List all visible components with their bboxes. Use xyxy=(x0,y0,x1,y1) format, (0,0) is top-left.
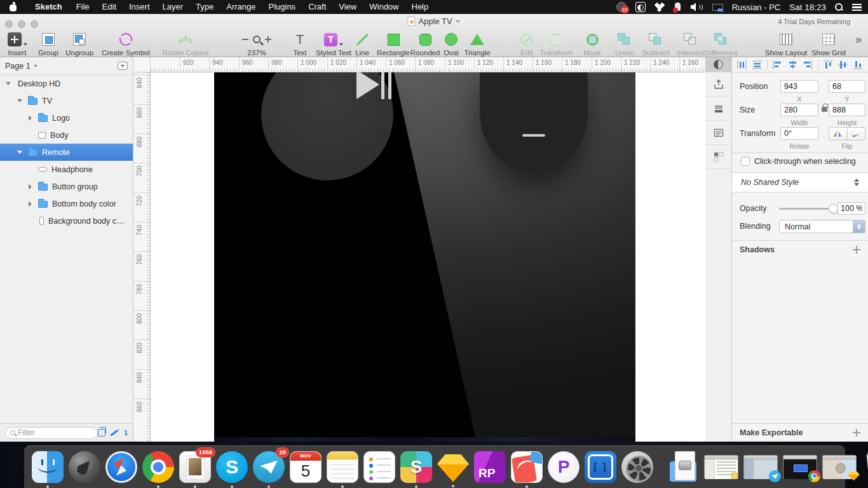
pencil-icon[interactable] xyxy=(110,430,118,436)
dock-downloads-stack[interactable] xyxy=(670,451,699,483)
horizontal-ruler[interactable]: 920 940 960 980 1 000 1 020 1 040 1 060 … xyxy=(151,57,705,72)
triangle-tool-button[interactable]: Triangle xyxy=(459,32,496,57)
spotlight-icon[interactable] xyxy=(835,3,843,11)
dock-launchpad[interactable] xyxy=(69,451,100,483)
menu-craft[interactable]: Craft xyxy=(302,0,332,14)
volume-icon[interactable] xyxy=(691,3,703,11)
volume-button-shape[interactable] xyxy=(480,72,588,173)
tab-appearance[interactable] xyxy=(705,57,731,72)
dock-skype[interactable]: S xyxy=(216,451,248,483)
show-grid-button[interactable]: Show Grid xyxy=(808,32,849,57)
layer-row-bottom-body-color[interactable]: Bottom body color xyxy=(0,195,133,212)
show-layout-button[interactable]: Show Layout xyxy=(763,32,810,57)
handoff-icon[interactable] xyxy=(674,3,682,12)
artboard-canvas[interactable] xyxy=(151,72,705,442)
dock-chrome[interactable] xyxy=(142,451,174,483)
add-shadow-button[interactable] xyxy=(853,246,860,254)
dock-minimized-sketch-window[interactable] xyxy=(822,455,857,479)
checkbox-icon[interactable] xyxy=(741,157,750,166)
dock-finder[interactable] xyxy=(32,451,64,483)
menu-sketch[interactable]: Sketch xyxy=(29,0,70,14)
disclosure-closed-icon[interactable] xyxy=(25,116,34,121)
text-tool-button[interactable]: T Text xyxy=(287,32,313,57)
document-title[interactable]: Apple TV xyxy=(407,17,460,26)
opacity-field[interactable] xyxy=(837,202,865,215)
zoom-window-button[interactable] xyxy=(31,20,38,28)
dock-notes[interactable] xyxy=(327,451,358,483)
dock-trash[interactable] xyxy=(862,451,868,484)
disclosure-open-icon[interactable] xyxy=(15,151,24,154)
transform-button[interactable]: Transform xyxy=(535,32,577,57)
menu-arrange[interactable]: Arrange xyxy=(220,0,262,14)
distribute-vertical-icon[interactable] xyxy=(752,60,762,69)
layer-row-tv[interactable]: TV xyxy=(0,92,133,109)
dock-calendar[interactable]: NOV5 xyxy=(290,451,322,483)
slider-knob[interactable] xyxy=(829,204,838,214)
opacity-slider[interactable] xyxy=(779,208,834,210)
remote-body-layer[interactable] xyxy=(214,72,635,442)
shared-style-dropdown[interactable]: No Shared Style xyxy=(732,172,868,193)
dock-telegram[interactable]: 20 xyxy=(253,451,285,483)
union-button[interactable]: Union xyxy=(610,32,639,57)
dock-sketch[interactable] xyxy=(437,452,469,482)
layer-row-logo[interactable]: Logo xyxy=(0,109,133,126)
menu-view[interactable]: View xyxy=(332,0,363,14)
rotate-field[interactable] xyxy=(780,127,818,140)
styled-text-button[interactable]: T Styled Text xyxy=(311,32,356,57)
rounded-tool-button[interactable]: Rounded xyxy=(405,32,445,57)
disclosure-closed-icon[interactable] xyxy=(25,184,34,189)
align-middle-vertical-icon[interactable] xyxy=(838,60,848,69)
vertical-ruler[interactable]: 640 660 680 700 720 740 760 780 800 820 … xyxy=(133,72,151,442)
lock-icon[interactable] xyxy=(822,107,827,112)
layer-row-desktop-hd[interactable]: Desktop HD xyxy=(0,75,133,92)
menu-type[interactable]: Type xyxy=(189,0,220,14)
menu-plugins[interactable]: Plugins xyxy=(262,0,302,14)
group-button[interactable]: Group xyxy=(33,32,64,57)
disclosure-open-icon[interactable] xyxy=(4,82,13,85)
dock-axure-rp[interactable]: RP xyxy=(474,451,506,483)
menu-help[interactable]: Help xyxy=(405,0,435,14)
align-center-horizontal-icon[interactable] xyxy=(788,60,797,69)
menu-insert[interactable]: Insert xyxy=(123,0,156,14)
align-top-icon[interactable] xyxy=(824,60,833,69)
click-through-checkbox-row[interactable]: Click-through when selecting xyxy=(741,157,856,166)
align-left-icon[interactable] xyxy=(773,60,782,69)
distribute-horizontal-icon[interactable] xyxy=(737,60,747,69)
dock-minimized-notes-window[interactable] xyxy=(704,455,738,479)
height-field[interactable] xyxy=(829,104,865,116)
dock-mail[interactable]: 1059 xyxy=(179,451,211,483)
layer-row-headphone[interactable]: Headphone xyxy=(0,161,133,178)
layer-row-background-body[interactable]: Background body co… xyxy=(0,212,133,229)
toolbar-overflow-button[interactable] xyxy=(850,32,867,49)
align-right-icon[interactable] xyxy=(803,60,812,69)
rotate-copies-button[interactable]: Rotate Copies xyxy=(158,32,214,57)
align-bottom-icon[interactable] xyxy=(853,60,863,69)
duplicate-pages-icon[interactable] xyxy=(98,429,105,437)
tab-export[interactable] xyxy=(705,72,731,97)
magnifier-icon[interactable] xyxy=(253,36,261,43)
menu-layer[interactable]: Layer xyxy=(156,0,190,14)
zoom-control[interactable]: 237% xyxy=(234,32,280,57)
disclosure-closed-icon[interactable] xyxy=(25,201,34,207)
filter-input[interactable]: Filter xyxy=(5,427,98,439)
insert-button[interactable]: Insert xyxy=(3,32,32,57)
apple-menu-icon[interactable] xyxy=(9,3,17,12)
layer-row-remote-selected[interactable]: Remote xyxy=(0,144,133,161)
menu-edit[interactable]: Edit xyxy=(96,0,123,14)
subtract-button[interactable]: Subtract xyxy=(638,32,674,57)
page-selector[interactable]: Page 1 xyxy=(0,57,133,75)
tab-layers[interactable] xyxy=(705,97,731,121)
layer-row-button-group[interactable]: Button group xyxy=(0,178,133,195)
dock-brackets[interactable]: [ ] xyxy=(585,451,616,483)
contrast-menu-icon[interactable] xyxy=(635,2,646,12)
dock-minimized-chrome-window[interactable] xyxy=(783,455,817,479)
pages-panel-toggle[interactable] xyxy=(118,62,128,70)
flip-horizontal-button[interactable] xyxy=(829,128,848,140)
disclosure-open-icon[interactable] xyxy=(15,99,24,102)
blending-dropdown[interactable]: Normal xyxy=(779,220,865,233)
zoom-in-icon[interactable] xyxy=(265,36,271,43)
remote-bottom-body-color[interactable] xyxy=(214,437,635,442)
position-x-field[interactable] xyxy=(780,80,818,93)
notification-center-icon[interactable] xyxy=(852,4,862,11)
make-exportable-row[interactable]: Make Exportable xyxy=(732,423,868,442)
